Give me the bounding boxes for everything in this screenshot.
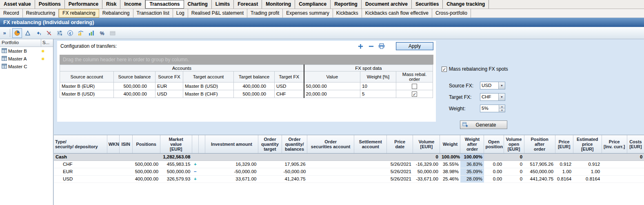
target-fx-select[interactable]: CHF ▼ bbox=[480, 93, 505, 101]
portfolio-item-master-a[interactable]: Master A ■ bbox=[0, 55, 53, 62]
portfolio-item-master-c[interactable]: Master C bbox=[0, 62, 53, 70]
subtab-restructuring[interactable]: Restructuring bbox=[23, 9, 59, 18]
subtab-kickbacks-cash-flow-effective[interactable]: Kickbacks cash flow effective bbox=[362, 9, 432, 18]
chevron-down-icon[interactable]: ▼ bbox=[498, 94, 505, 100]
subtab-log[interactable]: Log bbox=[173, 9, 188, 18]
col-header[interactable] bbox=[192, 135, 198, 153]
tab-limits[interactable]: Limits bbox=[212, 0, 234, 9]
mass-rebalancing-checkbox[interactable]: ✓ bbox=[442, 67, 447, 72]
col-header[interactable]: Costs [EUR] bbox=[627, 135, 644, 153]
subtab-fx-rebalancing[interactable]: FX rebalancing bbox=[59, 9, 99, 18]
cell: Master B (USD) bbox=[183, 82, 234, 90]
subtab-cross-portfolio[interactable]: Cross-portfolio bbox=[432, 9, 471, 18]
col-header[interactable]: Type/ security/ depository bbox=[54, 135, 107, 153]
col-header[interactable]: Price date bbox=[387, 135, 413, 153]
mass-rebal-checkbox[interactable]: ✓ bbox=[412, 91, 417, 97]
percent-search-icon[interactable]: % bbox=[97, 28, 107, 38]
add-transfer-icon[interactable] bbox=[357, 42, 364, 50]
position-row-eur[interactable]: EUR 500,000.00 500,000.00 − -50,000.00 -… bbox=[54, 168, 644, 175]
tab-asset-value[interactable]: Asset value bbox=[0, 0, 35, 9]
position-row-usd[interactable]: USD 400,000.00 326,579.93 + 33,671.00 41… bbox=[54, 175, 644, 183]
col-header[interactable]: Investment amount bbox=[205, 135, 258, 153]
col-header[interactable] bbox=[198, 135, 205, 153]
col-header-source-balance[interactable]: Source balance bbox=[114, 71, 155, 82]
tab-performance[interactable]: Performance bbox=[65, 0, 102, 9]
tab-securities[interactable]: Securities bbox=[412, 0, 443, 9]
tab-charting[interactable]: Charting bbox=[184, 0, 212, 9]
mass-rebalancing-checkbox-row[interactable]: ✓ Mass rebalancing FX spots bbox=[442, 66, 508, 72]
subtab-transaction-list[interactable]: Transaction list bbox=[133, 9, 173, 18]
col-header[interactable]: Settlement account bbox=[354, 135, 387, 153]
col-header[interactable]: ISIN bbox=[119, 135, 132, 153]
col-header[interactable]: Price [EUR] bbox=[555, 135, 573, 153]
col-header-value[interactable]: Value bbox=[304, 71, 360, 82]
bar-chart-icon[interactable] bbox=[87, 28, 96, 38]
portfolio-column-header[interactable]: Portfolio bbox=[0, 39, 41, 47]
tab-risk[interactable]: Risk bbox=[102, 0, 120, 9]
transfer-row[interactable]: Master B (USD) 400,000.00 USD Master B (… bbox=[60, 90, 433, 98]
tab-change-tracking[interactable]: Change tracking bbox=[443, 0, 489, 9]
col-header[interactable]: Weight bbox=[440, 135, 460, 153]
apply-button[interactable]: Apply bbox=[396, 42, 433, 50]
col-header[interactable]: Weight after order bbox=[460, 135, 484, 153]
col-header-mass-rebal-order[interactable]: Mass rebal. order bbox=[396, 71, 433, 82]
subtab-record[interactable]: Record bbox=[0, 9, 23, 18]
col-header[interactable]: Market value [EUR] bbox=[160, 135, 192, 153]
col-header[interactable]: WKN bbox=[107, 135, 119, 153]
col-header-target-account[interactable]: Target account bbox=[183, 71, 234, 82]
position-row-chf[interactable]: CHF 500,000.00 455,983.15 + 16,329.00 17… bbox=[54, 160, 644, 168]
status-column-header[interactable]: S... bbox=[41, 39, 53, 47]
col-header-source-fx[interactable]: Source FX bbox=[155, 71, 183, 82]
stepper-down-icon[interactable]: ▼ bbox=[499, 109, 505, 112]
col-header-target-balance[interactable]: Target balance bbox=[234, 71, 275, 82]
col-header-target-fx[interactable]: Target FX bbox=[275, 71, 304, 82]
tab-transactions[interactable]: Transactions bbox=[145, 0, 184, 9]
portfolio-item-master-b[interactable]: Master B ■ bbox=[0, 47, 53, 55]
row-label: USD bbox=[54, 175, 107, 183]
weight-stepper[interactable]: 5% ▲ ▼ bbox=[480, 105, 505, 112]
subtab-rebalancing[interactable]: Rebalancing bbox=[99, 9, 133, 18]
group-by-drop-zone[interactable]: Drag the column header here in order to … bbox=[60, 55, 433, 65]
col-header[interactable]: Volume [EUR] bbox=[413, 135, 440, 153]
col-header-source-account[interactable]: Source account bbox=[60, 71, 114, 82]
no-edit-icon[interactable] bbox=[44, 28, 54, 38]
tab-income[interactable]: Income bbox=[120, 0, 145, 9]
subtab-kickbacks[interactable]: Kickbacks bbox=[333, 9, 362, 18]
add-info-icon[interactable]: i bbox=[33, 28, 43, 38]
col-header[interactable]: Position after order bbox=[524, 135, 555, 153]
col-header[interactable]: Estimated price [EUR] bbox=[573, 135, 602, 153]
collapse-panel-button[interactable]: » bbox=[1, 28, 8, 38]
chevron-down-icon[interactable]: ▼ bbox=[498, 82, 505, 89]
subtab-trading-profit[interactable]: Trading profit bbox=[247, 9, 283, 18]
tab-reporting[interactable]: Reporting bbox=[331, 0, 362, 9]
euro-icon[interactable]: € bbox=[65, 28, 75, 38]
stepper-up-icon[interactable]: ▲ bbox=[499, 105, 505, 109]
subtab-realised-pl-statement[interactable]: Realised P&L statement bbox=[188, 9, 247, 18]
col-header[interactable]: Price [Inv. curr.] bbox=[602, 135, 627, 153]
tab-monitoring[interactable]: Monitoring bbox=[262, 0, 295, 9]
delta-icon[interactable] bbox=[23, 28, 33, 38]
col-header[interactable]: Open position bbox=[484, 135, 504, 153]
price-chart-icon[interactable] bbox=[76, 28, 86, 38]
cell: USD bbox=[155, 90, 183, 98]
print-icon[interactable] bbox=[378, 42, 385, 50]
col-header[interactable]: Order quantity target bbox=[258, 135, 282, 153]
transfer-row[interactable]: Master B (EUR) 500,000.00 EUR Master B (… bbox=[60, 82, 433, 90]
col-header[interactable]: Order securities account bbox=[307, 135, 354, 153]
col-header[interactable]: Positions bbox=[132, 135, 160, 153]
remove-transfer-icon[interactable] bbox=[367, 42, 375, 50]
col-header[interactable]: Order quantity/ balances bbox=[282, 135, 307, 153]
col-header[interactable]: Volume open [EUR] bbox=[504, 135, 524, 153]
sliders-icon[interactable] bbox=[55, 28, 64, 38]
tab-positions[interactable]: Positions bbox=[35, 0, 65, 9]
subtab-expenses-summary[interactable]: Expenses summary bbox=[283, 9, 333, 18]
cash-group-row[interactable]: Cash 1,282,563.08 0 1 bbox=[54, 153, 644, 160]
mass-rebal-checkbox[interactable] bbox=[412, 84, 417, 89]
portfolio-chart-icon[interactable] bbox=[12, 28, 22, 38]
tab-forecast[interactable]: Forecast bbox=[234, 0, 262, 9]
tab-compliance[interactable]: Compliance bbox=[295, 0, 331, 9]
generate-button[interactable]: Generate bbox=[460, 120, 507, 129]
col-header-weight[interactable]: Weight [%] bbox=[360, 71, 396, 82]
source-fx-select[interactable]: USD ▼ bbox=[480, 82, 505, 89]
tab-document-archive[interactable]: Document archive bbox=[362, 0, 412, 9]
